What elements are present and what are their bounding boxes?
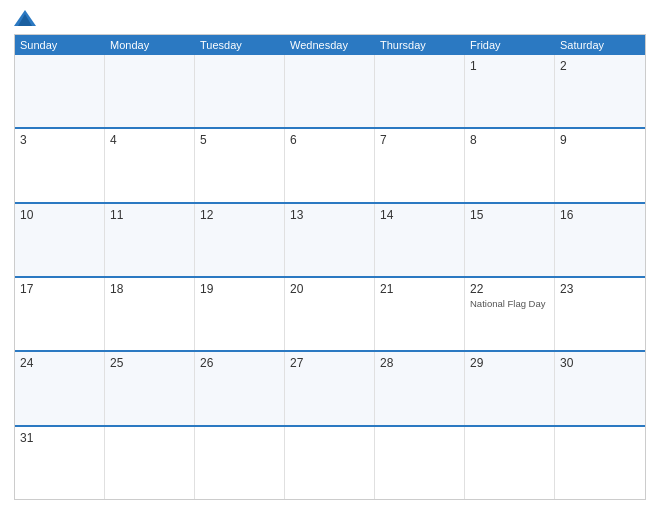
day-number: 8 xyxy=(470,133,549,147)
day-cell: 1 xyxy=(465,55,555,127)
day-header-thursday: Thursday xyxy=(375,35,465,55)
day-cell: 19 xyxy=(195,278,285,350)
day-cell: 5 xyxy=(195,129,285,201)
day-number: 13 xyxy=(290,208,369,222)
day-number: 18 xyxy=(110,282,189,296)
day-number: 25 xyxy=(110,356,189,370)
week-row-3: 10111213141516 xyxy=(15,202,645,276)
day-number: 2 xyxy=(560,59,640,73)
day-cell xyxy=(375,55,465,127)
day-number: 26 xyxy=(200,356,279,370)
day-cell: 21 xyxy=(375,278,465,350)
day-cell: 25 xyxy=(105,352,195,424)
day-cell: 29 xyxy=(465,352,555,424)
day-number: 16 xyxy=(560,208,640,222)
day-number: 7 xyxy=(380,133,459,147)
day-number: 1 xyxy=(470,59,549,73)
day-cell xyxy=(285,427,375,499)
day-number: 3 xyxy=(20,133,99,147)
day-number: 27 xyxy=(290,356,369,370)
week-row-4: 171819202122National Flag Day23 xyxy=(15,276,645,350)
day-cell xyxy=(105,55,195,127)
day-cell: 4 xyxy=(105,129,195,201)
day-cell: 7 xyxy=(375,129,465,201)
week-row-1: 12 xyxy=(15,55,645,127)
day-cell: 30 xyxy=(555,352,645,424)
day-cell: 14 xyxy=(375,204,465,276)
day-number: 30 xyxy=(560,356,640,370)
day-cell: 9 xyxy=(555,129,645,201)
logo xyxy=(14,10,44,26)
day-number: 22 xyxy=(470,282,549,296)
day-cell: 2 xyxy=(555,55,645,127)
day-number: 28 xyxy=(380,356,459,370)
day-number: 10 xyxy=(20,208,99,222)
day-cell xyxy=(15,55,105,127)
day-header-wednesday: Wednesday xyxy=(285,35,375,55)
day-cell: 8 xyxy=(465,129,555,201)
week-row-2: 3456789 xyxy=(15,127,645,201)
day-cell: 12 xyxy=(195,204,285,276)
day-number: 15 xyxy=(470,208,549,222)
day-header-friday: Friday xyxy=(465,35,555,55)
day-number: 6 xyxy=(290,133,369,147)
day-cell xyxy=(555,427,645,499)
day-number: 5 xyxy=(200,133,279,147)
day-cell xyxy=(285,55,375,127)
event-label: National Flag Day xyxy=(470,298,549,309)
day-cell: 15 xyxy=(465,204,555,276)
calendar-header xyxy=(14,10,646,26)
day-cell: 17 xyxy=(15,278,105,350)
day-cell: 23 xyxy=(555,278,645,350)
day-cell: 22National Flag Day xyxy=(465,278,555,350)
week-row-6: 31 xyxy=(15,425,645,499)
day-number: 21 xyxy=(380,282,459,296)
day-number: 24 xyxy=(20,356,99,370)
day-header-monday: Monday xyxy=(105,35,195,55)
day-cell: 3 xyxy=(15,129,105,201)
day-headers: SundayMondayTuesdayWednesdayThursdayFrid… xyxy=(15,35,645,55)
day-header-sunday: Sunday xyxy=(15,35,105,55)
day-cell xyxy=(105,427,195,499)
day-cell: 27 xyxy=(285,352,375,424)
day-cell xyxy=(195,427,285,499)
day-cell: 24 xyxy=(15,352,105,424)
day-header-saturday: Saturday xyxy=(555,35,645,55)
day-number: 9 xyxy=(560,133,640,147)
day-cell: 10 xyxy=(15,204,105,276)
day-cell xyxy=(195,55,285,127)
day-number: 20 xyxy=(290,282,369,296)
day-cell: 11 xyxy=(105,204,195,276)
day-cell: 13 xyxy=(285,204,375,276)
week-row-5: 24252627282930 xyxy=(15,350,645,424)
day-number: 29 xyxy=(470,356,549,370)
day-cell: 6 xyxy=(285,129,375,201)
day-cell: 26 xyxy=(195,352,285,424)
day-number: 14 xyxy=(380,208,459,222)
day-number: 4 xyxy=(110,133,189,147)
day-cell xyxy=(375,427,465,499)
day-cell: 28 xyxy=(375,352,465,424)
calendar-container: SundayMondayTuesdayWednesdayThursdayFrid… xyxy=(0,0,660,510)
day-number: 11 xyxy=(110,208,189,222)
day-cell: 20 xyxy=(285,278,375,350)
day-cell: 18 xyxy=(105,278,195,350)
day-cell: 16 xyxy=(555,204,645,276)
calendar-grid: SundayMondayTuesdayWednesdayThursdayFrid… xyxy=(14,34,646,500)
day-number: 31 xyxy=(20,431,99,445)
day-number: 12 xyxy=(200,208,279,222)
logo-icon xyxy=(14,10,36,26)
day-number: 17 xyxy=(20,282,99,296)
day-number: 23 xyxy=(560,282,640,296)
day-cell: 31 xyxy=(15,427,105,499)
day-header-tuesday: Tuesday xyxy=(195,35,285,55)
weeks: 12345678910111213141516171819202122Natio… xyxy=(15,55,645,499)
day-cell xyxy=(465,427,555,499)
day-number: 19 xyxy=(200,282,279,296)
